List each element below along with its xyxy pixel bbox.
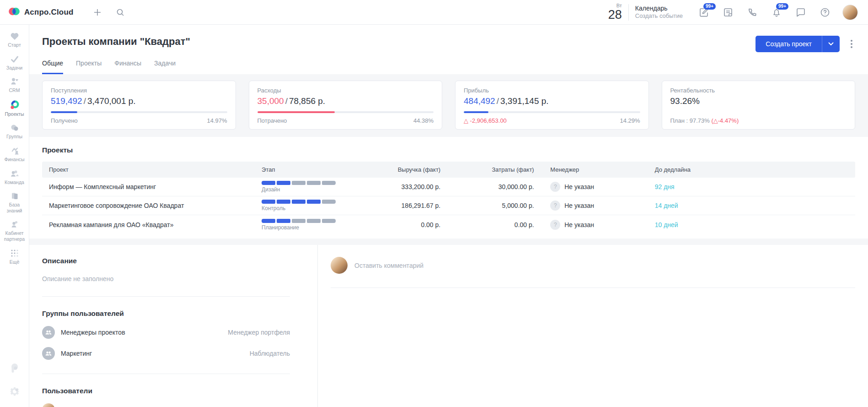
brand[interactable]: Аспро.Cloud <box>8 5 74 19</box>
group-row[interactable]: Маркетинг Наблюдатель <box>42 347 290 360</box>
group-name[interactable]: Маркетинг <box>61 350 92 357</box>
deadline-link[interactable]: 14 дней <box>655 202 678 209</box>
user-avatar[interactable] <box>842 5 858 20</box>
user-row[interactable]: Александр Логинов Менеджер портфеля <box>42 403 290 407</box>
comment-input-placeholder[interactable]: Оставить комментарий <box>354 262 423 269</box>
stage-label: Планирование <box>262 224 347 231</box>
table-row[interactable]: Маркетинговое сопровождение ОАО Квадрат … <box>42 196 855 215</box>
col-stage: Этап <box>262 166 347 173</box>
calendar-date[interactable]: Вт 28 <box>608 3 622 21</box>
col-costs: Затраты (факт) <box>440 166 534 173</box>
deadline-link[interactable]: 92 дня <box>655 183 675 190</box>
brand-logo-icon <box>8 5 20 19</box>
tab-finance[interactable]: Финансы <box>114 60 141 74</box>
stage-progress <box>262 200 347 204</box>
grid-dots-icon <box>11 249 19 257</box>
income-value: 519,492 <box>51 96 82 106</box>
notes-icon[interactable] <box>723 7 734 18</box>
circles-icon <box>10 124 19 132</box>
projects-section: Проекты Проект Этап Выручка (факт) Затра… <box>29 137 868 239</box>
date-day: 28 <box>608 9 622 21</box>
partner-program-logo-icon[interactable] <box>9 362 21 376</box>
sidebar: Старт Задачи CRM Проекты Группы <box>0 25 29 407</box>
stat-card-expenses[interactable]: Расходы 35,000/78,856 р. Потрачено 44.38… <box>249 81 443 130</box>
projects-heading: Проекты <box>42 146 855 154</box>
stat-card-profitability[interactable]: Рентабельность 93.26% План : 97.73% (△-4… <box>662 81 856 130</box>
manager-name: Не указан <box>564 221 594 228</box>
stat-card-income[interactable]: Поступления 519,492/3,470,001 р. Получен… <box>42 81 236 130</box>
inbox-icon[interactable]: 99+ <box>698 7 709 18</box>
table-row[interactable]: Рекламная кампания для ОАО «Квадрат» Пла… <box>42 215 855 234</box>
comment-author-avatar <box>331 257 348 274</box>
sidebar-item-start[interactable]: Старт <box>1 32 28 48</box>
more-options-button[interactable] <box>848 37 855 51</box>
finance-icon <box>10 147 19 155</box>
projects-active-icon <box>10 100 20 109</box>
details-section: Описание Описание не заполнено Группы по… <box>29 245 868 407</box>
phone-icon[interactable] <box>747 7 758 18</box>
stat-cards: Поступления 519,492/3,470,001 р. Получен… <box>29 74 868 130</box>
project-name[interactable]: Маркетинговое сопровождение ОАО Квадрат <box>42 202 262 209</box>
create-project-split-button: Создать проект <box>755 36 840 52</box>
sidebar-item-groups[interactable]: Группы <box>1 124 28 140</box>
group-role: Наблюдатель <box>250 350 290 357</box>
divider <box>42 296 290 297</box>
group-avatar-icon <box>42 347 55 360</box>
revenue-value: 186,291.67 р. <box>347 202 440 209</box>
group-name[interactable]: Менеджеры проектов <box>61 329 125 336</box>
manager-unknown-icon: ? <box>550 201 560 211</box>
tab-projects[interactable]: Проекты <box>76 60 102 74</box>
col-deadline: До дедлайна <box>644 166 851 173</box>
sidebar-item-more[interactable]: Ещё <box>1 249 28 265</box>
sidebar-item-team[interactable]: Команда <box>1 169 28 185</box>
manager-unknown-icon: ? <box>550 220 560 230</box>
create-project-button[interactable]: Создать проект <box>755 36 822 52</box>
sidebar-item-finance[interactable]: Финансы <box>1 147 28 163</box>
inbox-badge: 99+ <box>703 3 716 10</box>
group-role: Менеджер портфеля <box>228 329 290 336</box>
create-project-dropdown-button[interactable] <box>822 36 840 52</box>
projects-table: Проект Этап Выручка (факт) Затраты (факт… <box>42 162 855 234</box>
sidebar-item-projects[interactable]: Проекты <box>1 100 28 117</box>
notifications-badge: 99+ <box>776 3 788 10</box>
help-icon[interactable] <box>820 7 830 18</box>
manager-unknown-icon: ? <box>550 182 560 192</box>
table-row[interactable]: Информ — Комплексный маркетинг Дизайн 33… <box>42 178 855 196</box>
costs-value: 30,000.00 р. <box>440 183 534 190</box>
profit-footer-percent: 14.29% <box>620 117 640 124</box>
project-name[interactable]: Рекламная кампания для ОАО «Квадрат» <box>42 221 262 228</box>
income-progress-bar <box>51 111 227 113</box>
deadline-link[interactable]: 10 дней <box>655 221 678 228</box>
heart-icon <box>10 32 19 40</box>
people-icon <box>10 169 19 178</box>
sidebar-item-partner-cabinet[interactable]: Кабинет партнера <box>1 220 28 242</box>
tab-tasks[interactable]: Задачи <box>154 60 176 74</box>
manager-name: Не указан <box>564 202 594 209</box>
sidebar-item-tasks[interactable]: Задачи <box>1 55 28 71</box>
search-icon[interactable] <box>116 8 125 17</box>
user-avatar <box>42 403 55 407</box>
project-name[interactable]: Информ — Комплексный маркетинг <box>42 183 262 190</box>
crm-funnel-icon <box>10 77 19 86</box>
stat-card-profit[interactable]: Прибыль 484,492/3,391,145 р. △ -2,906,65… <box>455 81 649 130</box>
col-manager: Менеджер <box>550 166 643 173</box>
group-row[interactable]: Менеджеры проектов Менеджер портфеля <box>42 326 290 339</box>
tabs: Общие Проекты Финансы Задачи <box>42 60 855 74</box>
expenses-value: 35,000 <box>257 96 284 106</box>
income-footer-label: Получено <box>51 117 78 124</box>
settings-gear-icon[interactable] <box>9 386 20 399</box>
calendar-widget[interactable]: Календарь Создать событие <box>635 5 683 20</box>
tab-general[interactable]: Общие <box>42 60 63 74</box>
notifications-icon[interactable]: 99+ <box>771 7 782 18</box>
chat-icon[interactable] <box>795 7 806 18</box>
description-empty-placeholder[interactable]: Описание не заполнено <box>42 275 290 282</box>
sidebar-item-crm[interactable]: CRM <box>1 77 28 93</box>
sidebar-item-knowledge-base[interactable]: База знаний <box>1 192 28 213</box>
profit-delta: △ -2,906,653.00 <box>464 117 507 124</box>
groups-heading: Группы пользователей <box>42 309 290 318</box>
revenue-value: 0.00 р. <box>347 221 440 228</box>
income-footer-percent: 14.97% <box>207 117 227 124</box>
create-plus-icon[interactable] <box>93 8 102 17</box>
page-title: Проекты компании "Квадрат" <box>42 36 190 48</box>
revenue-value: 333,200.00 р. <box>347 183 440 190</box>
